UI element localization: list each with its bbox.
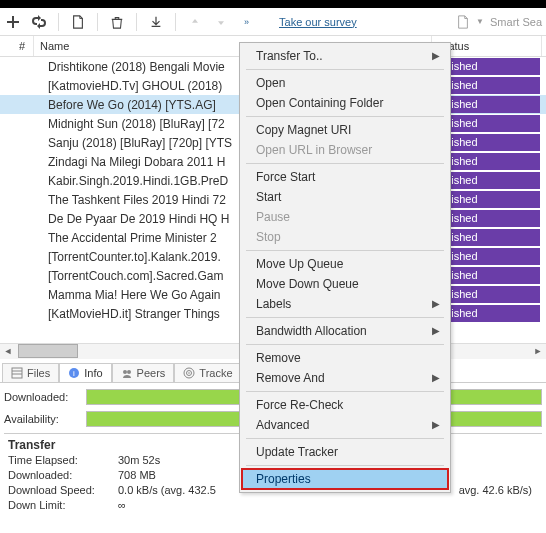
move-down-icon[interactable]	[212, 13, 230, 31]
menu-separator	[246, 317, 444, 318]
svg-text:i: i	[73, 369, 75, 378]
submenu-arrow-icon: ▶	[432, 50, 440, 61]
svg-point-7	[189, 372, 191, 374]
download-icon[interactable]	[147, 13, 165, 31]
down-limit-label: Down Limit:	[8, 499, 118, 511]
menu-separator	[246, 163, 444, 164]
trackers-icon	[183, 367, 195, 379]
svg-point-4	[127, 370, 131, 374]
toolbar-separator	[175, 13, 176, 31]
menu-item-force-start[interactable]: Force Start	[242, 167, 448, 187]
svg-point-3	[123, 370, 127, 374]
menu-item-open[interactable]: Open	[242, 73, 448, 93]
info-icon: i	[68, 367, 80, 379]
smart-search-doc-icon[interactable]	[456, 15, 470, 29]
tab-peers-label: Peers	[137, 367, 166, 379]
menu-item-open-url-in-browser: Open URL in Browser	[242, 140, 448, 160]
context-menu[interactable]: Transfer To..▶OpenOpen Containing Folder…	[239, 42, 451, 493]
submenu-arrow-icon: ▶	[432, 372, 440, 383]
main-toolbar: » Take our survey ▼ Smart Sea	[0, 8, 546, 36]
menu-separator	[246, 250, 444, 251]
menu-separator	[246, 116, 444, 117]
peers-icon	[121, 367, 133, 379]
submenu-arrow-icon: ▶	[432, 419, 440, 430]
tab-info[interactable]: i Info	[59, 363, 111, 382]
menu-item-open-containing-folder[interactable]: Open Containing Folder	[242, 93, 448, 113]
menu-item-start[interactable]: Start	[242, 187, 448, 207]
toolbar-right: ▼ Smart Sea	[456, 15, 542, 29]
menu-item-update-tracker[interactable]: Update Tracker	[242, 442, 448, 462]
new-file-icon[interactable]	[69, 13, 87, 31]
tab-info-label: Info	[84, 367, 102, 379]
menu-item-remove-and[interactable]: Remove And▶	[242, 368, 448, 388]
tab-files-label: Files	[27, 367, 50, 379]
window-top-blackbar	[0, 0, 546, 8]
menu-item-move-up-queue[interactable]: Move Up Queue	[242, 254, 448, 274]
menu-item-copy-magnet-uri[interactable]: Copy Magnet URI	[242, 120, 448, 140]
menu-item-remove[interactable]: Remove	[242, 348, 448, 368]
menu-item-stop: Stop	[242, 227, 448, 247]
toolbar-separator	[97, 13, 98, 31]
availability-bar-label: Availability:	[4, 413, 86, 425]
menu-item-pause: Pause	[242, 207, 448, 227]
tab-trackers-label: Tracke	[199, 367, 232, 379]
delete-icon[interactable]	[108, 13, 126, 31]
menu-item-properties[interactable]: Properties	[242, 469, 448, 489]
toolbar-separator	[136, 13, 137, 31]
menu-separator	[246, 344, 444, 345]
time-elapsed-label: Time Elapsed:	[8, 454, 118, 466]
tab-files[interactable]: Files	[2, 363, 59, 382]
add-link-icon[interactable]	[30, 13, 48, 31]
scroll-left-arrow[interactable]: ◄	[0, 344, 16, 359]
scroll-right-arrow[interactable]: ►	[530, 344, 546, 359]
column-header-number[interactable]: #	[0, 36, 34, 56]
menu-item-bandwidth-allocation[interactable]: Bandwidth Allocation▶	[242, 321, 448, 341]
downloaded-bar-label: Downloaded:	[4, 391, 86, 403]
menu-separator	[246, 465, 444, 466]
menu-separator	[246, 438, 444, 439]
menu-separator	[246, 69, 444, 70]
menu-item-transfer-to[interactable]: Transfer To..▶	[242, 46, 448, 66]
download-speed-label: Download Speed:	[8, 484, 118, 496]
menu-item-advanced[interactable]: Advanced▶	[242, 415, 448, 435]
submenu-arrow-icon: ▶	[432, 298, 440, 309]
submenu-arrow-icon: ▶	[432, 325, 440, 336]
downloaded-size-label: Downloaded:	[8, 469, 118, 481]
tab-peers[interactable]: Peers	[112, 363, 175, 382]
scroll-thumb[interactable]	[18, 344, 78, 358]
dropdown-arrow-icon[interactable]: ▼	[476, 17, 484, 26]
svg-rect-0	[12, 368, 22, 378]
files-icon	[11, 367, 23, 379]
add-torrent-icon[interactable]	[4, 13, 22, 31]
survey-link[interactable]: Take our survey	[279, 16, 357, 28]
toolbar-separator	[58, 13, 59, 31]
move-up-icon[interactable]	[186, 13, 204, 31]
menu-separator	[246, 391, 444, 392]
tab-trackers[interactable]: Tracke	[174, 363, 241, 382]
down-limit-value: ∞	[118, 499, 268, 511]
expand-chevron-icon[interactable]: »	[244, 17, 249, 27]
menu-item-labels[interactable]: Labels▶	[242, 294, 448, 314]
menu-item-force-re-check[interactable]: Force Re-Check	[242, 395, 448, 415]
smart-search-text[interactable]: Smart Sea	[490, 16, 542, 28]
menu-item-move-down-queue[interactable]: Move Down Queue	[242, 274, 448, 294]
